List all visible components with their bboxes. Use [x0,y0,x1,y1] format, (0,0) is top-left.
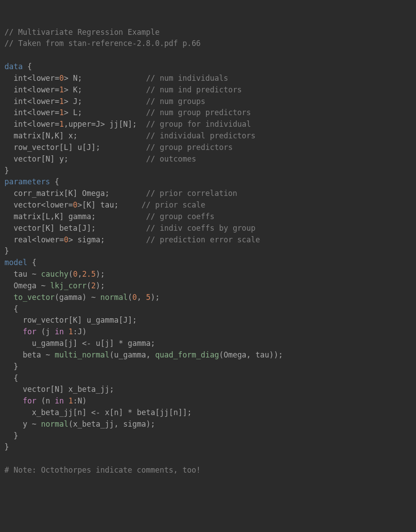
block-keyword: data [4,62,23,71]
block-keyword: parameters [4,177,50,186]
fn-qfd: quad_form_diag [155,350,219,359]
fn-multinormal: multi_normal [55,350,110,359]
fn-tovector: to_vector [13,293,54,302]
block-keyword: model [4,258,27,267]
fn-cauchy: cauchy [41,270,68,278]
comment-line: // Multivariate Regression Example [4,28,160,37]
type: int [13,74,27,83]
comment-line: // Taken from stan-reference-2.8.0.pdf p… [4,39,201,48]
comment-footer: # Note: Octothorpes indicate comments, t… [4,466,201,474]
code-block: // Multivariate Regression Example // Ta… [4,27,412,476]
comment: // num individuals [146,74,228,83]
fn-normal: normal [100,293,128,302]
fn-lkj: lkj_corr [50,281,86,290]
ctl-for: for [23,327,37,336]
